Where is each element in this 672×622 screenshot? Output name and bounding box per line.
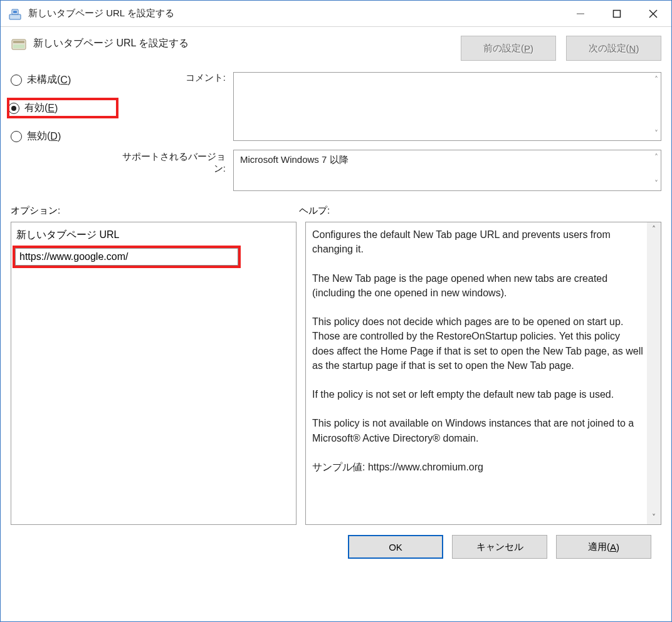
window-controls	[562, 1, 671, 26]
help-text: This policy is not available on Windows …	[312, 416, 644, 445]
minimize-icon	[576, 9, 585, 18]
header-row: 新しいタブページ URL を設定する 前の設定(P) 次の設定(N)	[11, 36, 661, 61]
supported-value: Microsoft Windows 7 以降	[234, 150, 661, 170]
scroll-down-icon: ˅	[654, 179, 658, 188]
title-bar: 新しいタブページ URL を設定する	[1, 1, 671, 27]
options-panel: 新しいタブページ URL	[11, 222, 297, 525]
close-button[interactable]	[635, 1, 671, 26]
help-section-label: ヘルプ:	[299, 205, 330, 217]
scroll-up-icon: ˄	[654, 153, 658, 162]
options-section-label: オプション:	[11, 205, 299, 217]
supported-label: サポートされるバージョン:	[117, 141, 233, 175]
radio-icon	[11, 75, 22, 86]
help-text: This policy does not decide which pages …	[312, 314, 644, 373]
help-text: If the policy is not set or left empty t…	[312, 387, 644, 402]
next-setting-button[interactable]: 次の設定(N)	[566, 36, 661, 61]
page-title: 新しいタブページ URL を設定する	[33, 36, 189, 50]
radio-icon	[8, 103, 19, 114]
help-text: サンプル値: https://www.chromium.org	[312, 460, 644, 474]
ok-button[interactable]: OK	[348, 535, 443, 559]
previous-setting-button[interactable]: 前の設定(P)	[461, 36, 556, 61]
window-title: 新しいタブページ URL を設定する	[28, 8, 174, 19]
svg-rect-4	[614, 10, 621, 17]
radio-icon	[11, 131, 22, 142]
scroll-down-icon: ˅	[652, 511, 656, 524]
scroll-down-icon: ˅	[654, 129, 658, 138]
cancel-button[interactable]: キャンセル	[452, 535, 547, 559]
help-scrollbar[interactable]: ˄ ˅	[647, 222, 661, 524]
apply-button[interactable]: 適用(A)	[556, 535, 651, 559]
dialog-footer: OK キャンセル 適用(A)	[11, 525, 661, 559]
svg-rect-0	[9, 14, 21, 19]
maximize-button[interactable]	[599, 1, 635, 26]
minimize-button[interactable]	[562, 1, 599, 26]
svg-rect-8	[13, 41, 24, 43]
comment-textbox[interactable]: ˄ ˅	[233, 72, 661, 141]
radio-disabled[interactable]: 無効(D)	[11, 130, 117, 143]
policy-icon	[11, 36, 27, 52]
maximize-icon	[612, 9, 621, 18]
help-text: The New Tab page is the page opened when…	[312, 271, 644, 300]
svg-rect-9	[13, 44, 24, 48]
svg-rect-2	[13, 11, 17, 13]
radio-not-configured[interactable]: 未構成(C)	[11, 73, 117, 86]
close-icon	[649, 9, 658, 18]
scroll-up-icon: ˄	[652, 222, 656, 236]
new-tab-url-input[interactable]	[15, 248, 238, 266]
radio-enabled[interactable]: 有効(E)	[8, 101, 66, 115]
supported-textbox: Microsoft Windows 7 以降 ˄ ˅	[233, 150, 661, 191]
help-panel: Configures the default New Tab page URL …	[305, 222, 661, 525]
app-icon	[8, 7, 22, 21]
scroll-up-icon: ˄	[654, 75, 658, 84]
option-field-label: 新しいタブページ URL	[16, 229, 291, 242]
comment-label: コメント:	[117, 72, 233, 84]
help-text: Configures the default New Tab page URL …	[312, 227, 644, 256]
